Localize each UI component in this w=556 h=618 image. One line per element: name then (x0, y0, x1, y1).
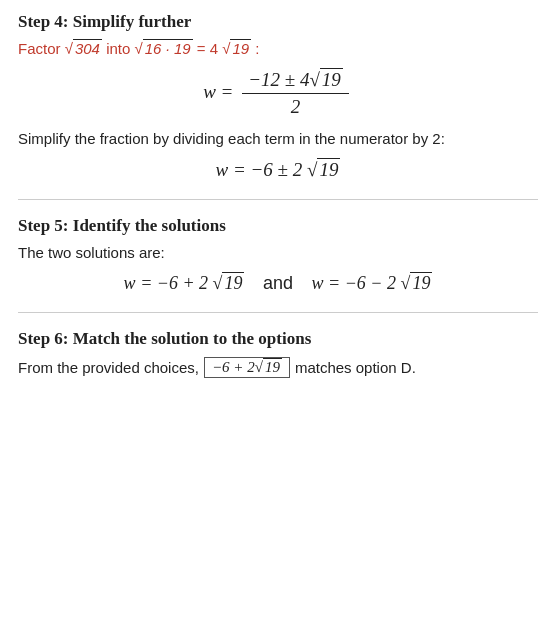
step5-desc-text: The two solutions are: (18, 244, 165, 261)
equation3: w = −6 + 2 √19 and w = −6 − 2 √19 (18, 273, 538, 294)
factor-label: Factor (18, 40, 65, 57)
w-var2: w (216, 159, 229, 180)
step4-title: Step 4: Simplify further (18, 12, 538, 32)
divider1 (18, 199, 538, 200)
step4-section: Step 4: Simplify further Factor √304 int… (18, 12, 538, 181)
highlighted-answer: −6 + 2√19 (204, 357, 290, 378)
step5-title: Step 5: Identify the solutions (18, 216, 538, 236)
sqrt16-19: √16 · 19 (134, 39, 196, 57)
divider2 (18, 312, 538, 313)
w-sol1: w = −6 + 2 (124, 273, 208, 293)
denominator1: 2 (285, 94, 307, 118)
numerator1: −12 ± 4√19 (242, 69, 349, 94)
sqrt19-inline: √19 (222, 39, 255, 57)
eq-sign1: = (221, 81, 239, 102)
and-label: and (263, 273, 293, 293)
simplify-desc-text: Simplify the fraction by dividing each t… (18, 130, 445, 147)
sqrt19-eq2: √19 (307, 158, 340, 180)
into-label: into (106, 40, 134, 57)
simplify-desc: Simplify the fraction by dividing each t… (18, 130, 538, 147)
step6-desc-end: matches option D. (295, 359, 416, 376)
equation2: w = −6 ± 2 √19 (18, 159, 538, 181)
sqrt304: √304 (65, 39, 106, 57)
sqrt19-sol1: √19 (213, 272, 245, 293)
colon-label: : (255, 40, 259, 57)
step6-desc-start: From the provided choices, (18, 359, 199, 376)
equals-label: = 4 (197, 40, 218, 57)
step6-title: Step 6: Match the solution to the option… (18, 329, 538, 349)
step6-title-text: Step 6: Match the solution to the option… (18, 329, 311, 348)
sqrt19-highlighted: √19 (255, 358, 282, 375)
step5-title-text: Step 5: Identify the solutions (18, 216, 226, 235)
step6-desc: From the provided choices, −6 + 2√19 mat… (18, 357, 538, 378)
fraction1: −12 ± 4√19 2 (242, 69, 349, 118)
eq-sign2: = −6 ± 2 (233, 159, 302, 180)
step5-desc: The two solutions are: (18, 244, 538, 261)
step5-section: Step 5: Identify the solutions The two s… (18, 216, 538, 294)
step4-title-text: Step 4: Simplify further (18, 12, 191, 31)
equation1: w = −12 ± 4√19 2 (18, 69, 538, 118)
w-sol2: w = −6 − 2 (312, 273, 396, 293)
sqrt19-frac: √19 (309, 68, 342, 90)
sqrt19-sol2: √19 (400, 272, 432, 293)
step6-section: Step 6: Match the solution to the option… (18, 329, 538, 378)
step4-desc: Factor √304 into √16 · 19 = 4 √19 : (18, 40, 538, 57)
w-var: w (203, 81, 216, 102)
